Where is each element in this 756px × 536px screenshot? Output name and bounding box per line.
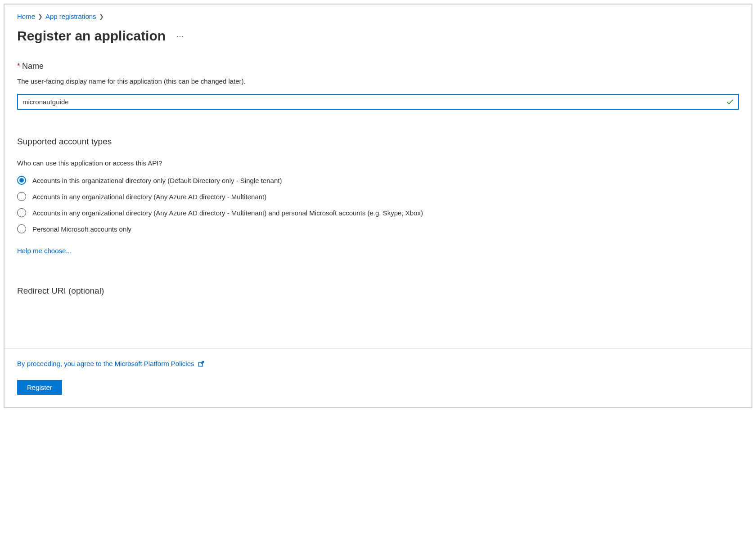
radio-icon [17,224,26,233]
radio-option-personal-only[interactable]: Personal Microsoft accounts only [17,224,739,233]
page-title-row: Register an application ⋯ [17,28,739,44]
radio-icon [17,176,26,185]
more-icon[interactable]: ⋯ [176,32,184,40]
radio-icon [17,208,26,217]
breadcrumb-home[interactable]: Home [17,13,35,20]
footer: By proceeding, you agree to the Microsof… [4,348,752,407]
radio-label: Accounts in any organizational directory… [32,209,423,217]
page-container: Home ❯ App registrations ❯ Register an a… [4,4,752,408]
chevron-right-icon: ❯ [38,13,43,20]
help-me-choose-link[interactable]: Help me choose... [17,247,72,255]
radio-label: Personal Microsoft accounts only [32,225,131,233]
name-field-label: * Name [17,62,739,71]
radio-option-single-tenant[interactable]: Accounts in this organizational director… [17,176,739,185]
content-area: Home ❯ App registrations ❯ Register an a… [4,4,752,296]
account-types-question: Who can use this application or access t… [17,159,739,167]
radio-option-multitenant-personal[interactable]: Accounts in any organizational directory… [17,208,739,217]
policies-text: By proceeding, you agree to the Microsof… [17,360,194,367]
breadcrumb-app-registrations[interactable]: App registrations [45,13,96,20]
name-label-text: Name [22,62,44,71]
page-title: Register an application [17,28,166,44]
check-icon [726,98,734,106]
radio-label: Accounts in any organizational directory… [32,193,266,201]
platform-policies-link[interactable]: By proceeding, you agree to the Microsof… [17,360,204,367]
chevron-right-icon: ❯ [99,13,104,20]
radio-option-multitenant[interactable]: Accounts in any organizational directory… [17,192,739,201]
breadcrumb: Home ❯ App registrations ❯ [17,13,739,20]
radio-label: Accounts in this organizational director… [32,177,282,184]
name-input-wrap [17,94,739,110]
redirect-uri-heading: Redirect URI (optional) [17,286,739,296]
account-types-radio-group: Accounts in this organizational director… [17,176,739,233]
name-field-description: The user-facing display name for this ap… [17,77,739,85]
register-button[interactable]: Register [17,380,62,395]
required-star-icon: * [17,62,20,71]
external-link-icon [198,361,204,367]
account-types-heading: Supported account types [17,137,739,147]
name-input[interactable] [17,94,739,110]
radio-icon [17,192,26,201]
